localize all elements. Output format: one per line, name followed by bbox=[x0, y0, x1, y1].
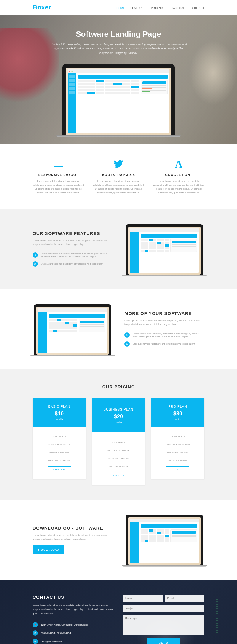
plan-feature: 1,000 GB BANDWIDTH bbox=[154, 440, 201, 448]
name-input[interactable] bbox=[123, 595, 163, 602]
plan-period: monthly bbox=[154, 418, 201, 420]
nav-link-contact[interactable]: CONTACT bbox=[191, 7, 204, 9]
plan-period: monthly bbox=[36, 418, 83, 420]
download-section: DOWNLOAD OUR SOFTWARE Lorem ipsum dolor … bbox=[0, 500, 237, 580]
nav-link-pricing[interactable]: PRICING bbox=[151, 7, 163, 9]
plan-price: $30 bbox=[154, 411, 201, 417]
list-item: 10Duis autem velis reprehenderit et volu… bbox=[124, 339, 204, 348]
pricing-section: OUR PRICING BASIC PLAN$10monthly2 GB SPA… bbox=[0, 369, 237, 500]
hero-section: Software Landing Page This is a fully Re… bbox=[0, 15, 237, 144]
plan-price: $10 bbox=[36, 411, 83, 417]
main-nav: HOMEFEATURESPRICINGDOWNLOADCONTACT bbox=[116, 5, 204, 10]
laptop-mockup bbox=[126, 224, 203, 275]
signup-button[interactable]: SIGN UP bbox=[107, 472, 130, 479]
contact-info-item: ✆0992-234234 / 0234-234234 bbox=[33, 629, 114, 637]
contact-icon: 📍 bbox=[33, 622, 38, 627]
contact-title: CONTACT US bbox=[33, 595, 114, 600]
pricing-title: OUR PRICING bbox=[33, 384, 204, 389]
plan-name: BUSINESS PLAN bbox=[95, 408, 142, 411]
software-features-section: OUR SOFTWARE FEATURES Lorem ipsum dolor … bbox=[0, 209, 237, 289]
section-title: OUR SOFTWARE FEATURES bbox=[33, 231, 113, 236]
contact-icon: ✉ bbox=[33, 639, 38, 644]
feature-title: RESPONSIVE LAYOUT bbox=[33, 173, 84, 177]
section-title: MORE OF YOUR SOFTWARE bbox=[124, 311, 204, 316]
contact-info-item: 📍1234 Street Name, City Name, United Sta… bbox=[33, 621, 114, 629]
feature-desc: Lorem ipsum dolor sit amet, consectetur … bbox=[153, 180, 204, 195]
plan-price: $20 bbox=[95, 414, 142, 420]
plan-feature: 50 MORE THEMES bbox=[95, 454, 142, 462]
plan-feature: LIFETIME SUPPORT bbox=[154, 456, 201, 464]
signup-button[interactable]: SIGN UP bbox=[48, 466, 71, 473]
plan-feature: 100 MORE THEMES bbox=[154, 448, 201, 456]
feature-icon bbox=[93, 159, 144, 169]
download-icon: ⬇ bbox=[37, 548, 41, 551]
list-item: 5Lorem ipsum dolor sit amet, consectetur… bbox=[33, 251, 113, 259]
list-item: 10Duis autem velis reprehenderit et volu… bbox=[33, 259, 113, 268]
feature-desc: Lorem ipsum dolor sit amet, consectetur … bbox=[93, 180, 144, 195]
nav-link-features[interactable]: FEATURES bbox=[130, 7, 145, 9]
pricing-card: PRO PLAN$30monthly10 GB SPACE1,000 GB BA… bbox=[151, 398, 204, 479]
plan-feature: 5 GB SPACE bbox=[95, 438, 142, 446]
contact-desc: Lorem ipsum dolor sit amet, consectetur … bbox=[33, 603, 114, 615]
header: Boxer HOMEFEATURESPRICINGDOWNLOADCONTACT bbox=[0, 0, 237, 15]
plan-feature: LIFETIME SUPPORT bbox=[36, 456, 83, 464]
number-badge: 10 bbox=[33, 261, 38, 267]
features-section: RESPONSIVE LAYOUTLorem ipsum dolor sit a… bbox=[0, 144, 237, 209]
plan-period: monthly bbox=[95, 421, 142, 423]
svg-rect-0 bbox=[55, 161, 62, 166]
feature-title: BOOTSTRAP 3.3.4 bbox=[93, 173, 144, 177]
plan-feature: 200 GB BANDWIDTH bbox=[36, 440, 83, 448]
logo[interactable]: Boxer bbox=[33, 4, 51, 11]
plan-feature: LIFETIME SUPPORT bbox=[95, 462, 142, 470]
more-software-section: MORE OF YOUR SOFTWARE Lorem ipsum dolor … bbox=[0, 289, 237, 369]
plan-name: PRO PLAN bbox=[154, 405, 201, 408]
plan-feature: 500 GB BANDWIDTH bbox=[95, 446, 142, 454]
message-input[interactable] bbox=[123, 615, 204, 635]
subject-input[interactable] bbox=[123, 605, 204, 612]
section-desc: Lorem ipsum dolor sit amet, consectetur … bbox=[33, 239, 113, 246]
laptop-mockup bbox=[34, 304, 111, 355]
hero-laptop-mockup bbox=[62, 64, 175, 135]
download-desc: Lorem ipsum dolor sit amet, consectetur … bbox=[33, 534, 113, 541]
list-item: 5Lorem ipsum dolor sit amet, consectetur… bbox=[124, 331, 204, 339]
nav-link-home[interactable]: HOME bbox=[116, 7, 125, 9]
svg-rect-1 bbox=[54, 166, 63, 167]
plan-feature: 20 MORE THEMES bbox=[36, 448, 83, 456]
signup-button[interactable]: SIGN UP bbox=[166, 466, 189, 473]
contact-section: CONTACT US Lorem ipsum dolor sit amet, c… bbox=[0, 580, 237, 644]
contact-info-item: ✉hello@yoursite.com bbox=[33, 637, 114, 644]
download-button[interactable]: ⬇ DOWNLOAD bbox=[33, 545, 64, 554]
pricing-card: BUSINESS PLAN$20monthly5 GB SPACE500 GB … bbox=[92, 398, 145, 485]
send-button[interactable]: SEND bbox=[147, 638, 180, 644]
email-input[interactable] bbox=[165, 595, 205, 602]
feature-icon bbox=[33, 159, 84, 169]
pricing-card: BASIC PLAN$10monthly2 GB SPACE200 GB BAN… bbox=[33, 398, 86, 479]
hero-title: Software Landing Page bbox=[0, 30, 237, 39]
laptop-mockup bbox=[126, 515, 203, 565]
number-badge: 5 bbox=[124, 332, 130, 338]
nav-link-download[interactable]: DOWNLOAD bbox=[169, 7, 185, 9]
section-desc: Lorem ipsum dolor sit amet, consectetur … bbox=[124, 319, 204, 326]
number-badge: 5 bbox=[33, 252, 38, 258]
feature-title: GOOGLE FONT bbox=[153, 173, 204, 177]
plan-name: BASIC PLAN bbox=[36, 405, 83, 408]
plan-feature: 2 GB SPACE bbox=[36, 432, 83, 440]
number-badge: 10 bbox=[124, 341, 130, 347]
contact-icon: ✆ bbox=[33, 630, 38, 636]
plan-feature: 10 GB SPACE bbox=[154, 432, 201, 440]
feature-desc: Lorem ipsum dolor sit amet, consectetur … bbox=[33, 180, 84, 195]
download-title: DOWNLOAD OUR SOFTWARE bbox=[33, 526, 113, 531]
hero-subtitle: This is a fully Responsive, Clean Design… bbox=[47, 42, 190, 55]
feature-icon: A bbox=[153, 159, 204, 169]
